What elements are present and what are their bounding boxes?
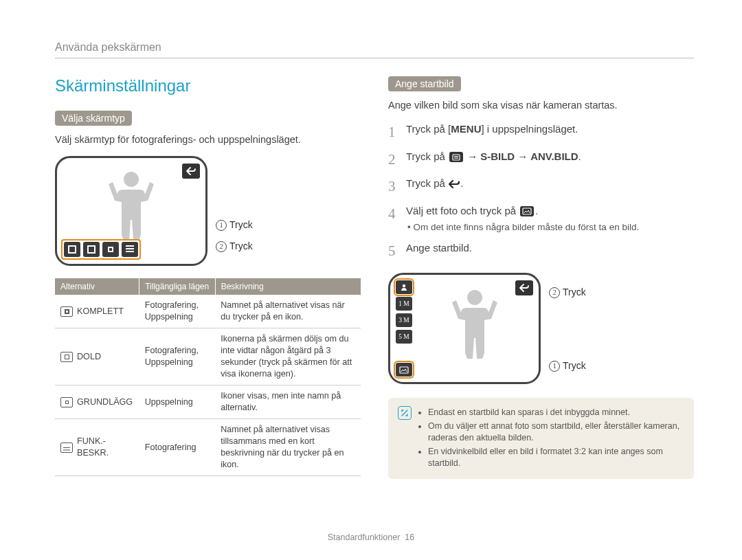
option-name: FUNK.-BESKR. [77, 436, 134, 459]
options-table: Alternativ Tillgängliga lägen Beskrivnin… [55, 278, 361, 476]
back-icon[interactable] [515, 280, 533, 295]
callout-row: 2Tryck [216, 240, 253, 252]
display-mode-basic-icon[interactable] [102, 242, 119, 257]
camera-screen-right: 1 M 3 M 5 M [388, 273, 541, 384]
step-text: Ange startbild. [406, 242, 472, 254]
circled-two-icon: 2 [549, 287, 560, 298]
callout-row: 1Tryck [549, 360, 586, 372]
step-strong: ANV.BILD [530, 150, 578, 162]
step-item: 4 Välj ett foto och tryck på . Om det in… [388, 203, 694, 235]
breadcrumb: Använda pekskärmen [55, 41, 694, 58]
option-modes: Uppspelning [139, 385, 215, 419]
size-label: 1 M [398, 300, 409, 307]
step-number: 5 [388, 240, 399, 262]
back-icon[interactable] [182, 164, 200, 179]
step-text: Tryck på [406, 150, 448, 162]
note-box: Endast en startbild kan sparas i det inb… [388, 398, 694, 479]
option-modes: Fotografering, Uppspelning [139, 295, 215, 328]
person-icon[interactable] [396, 280, 412, 294]
size-label: 3 M [398, 317, 409, 324]
svg-rect-3 [523, 208, 531, 214]
right-column: Ange startbild Ange vilken bild som ska … [388, 76, 694, 479]
arrow-icon: → [517, 150, 528, 162]
circled-two-icon: 2 [216, 241, 227, 252]
section-intro-left: Välj skärmtyp för fotograferings- och up… [55, 133, 361, 146]
display-mode-complete-icon[interactable] [64, 242, 80, 257]
step-item: 2 Tryck på →S-BILD→ANV.BILD. [388, 149, 694, 171]
step-strong: S-BILD [480, 150, 515, 162]
step-subnote: Om det inte finns några bilder måste du … [406, 221, 694, 234]
table-row: GRUNDLÄGG Uppspelning Ikoner visas, men … [55, 385, 361, 419]
display-mode-funcdesc-icon [60, 443, 73, 453]
step-number: 2 [388, 149, 399, 171]
back-icon [448, 179, 460, 189]
svg-rect-2 [454, 157, 458, 158]
callout-text: Tryck [563, 360, 586, 371]
svg-point-4 [403, 284, 405, 287]
note-item: Om du väljer ett annat foto som startbil… [428, 421, 684, 444]
circled-one-icon: 1 [216, 220, 227, 231]
set-image-icon[interactable] [396, 363, 412, 377]
section-label-right: Ange startbild [388, 76, 461, 91]
step-text: . [578, 150, 581, 162]
page-title: Skärminställningar [55, 76, 361, 96]
callout-text: Tryck [563, 287, 586, 298]
footer-section: Standardfunktioner [328, 533, 401, 542]
callout-text: Tryck [229, 219, 253, 230]
table-header: Alternativ [55, 278, 139, 295]
page-footer: Standardfunktioner 16 [0, 533, 742, 542]
display-mode-complete-icon [60, 306, 73, 317]
step-number: 1 [388, 122, 399, 144]
table-row: FUNK.-BESKR. Fotografering Namnet på alt… [55, 419, 361, 476]
callout-row: 2Tryck [549, 287, 586, 298]
note-item: Endast en startbild kan sparas i det inb… [428, 407, 684, 418]
display-mode-funcdesc-icon[interactable] [122, 242, 138, 257]
option-modes: Fotografering [139, 419, 215, 476]
arrow-icon: → [467, 150, 477, 162]
left-column: Skärminställningar Välja skärmtyp Välj s… [55, 76, 361, 479]
step-strong: MENU [451, 123, 481, 135]
toolbar-highlight [61, 239, 141, 260]
display-mode-basic-icon [60, 397, 73, 407]
steps-list: 1 Tryck på [MENU] i uppspelningsläget. 2… [388, 122, 694, 262]
step-number: 3 [388, 176, 399, 198]
display-mode-hidden-icon [60, 352, 73, 362]
info-icon [398, 406, 412, 420]
size-option-icon[interactable]: 1 M [396, 297, 412, 311]
svg-rect-1 [454, 156, 458, 157]
table-row: DOLD Fotografering, Uppspelning Ikonerna… [55, 328, 361, 385]
size-label: 5 M [398, 333, 409, 340]
svg-rect-5 [400, 367, 408, 373]
step-item: 1 Tryck på [MENU] i uppspelningsläget. [388, 122, 694, 144]
callout-text: Tryck [229, 240, 253, 251]
step-item: 5 Ange startbild. [388, 240, 694, 262]
step-text: ] i uppspelningsläget. [481, 123, 578, 135]
table-header: Tillgängliga lägen [139, 278, 215, 295]
option-desc: Namnet på alternativet visas när du tryc… [215, 295, 361, 328]
step-text: . [535, 205, 538, 216]
option-desc: Ikonerna på skärmen döljs om du inte vid… [215, 328, 361, 385]
size-option-icon[interactable]: 5 M [396, 330, 412, 344]
size-option-icon[interactable]: 3 M [396, 313, 412, 327]
step-text: Välj ett foto och tryck på [406, 205, 519, 216]
option-modes: Fotografering, Uppspelning [139, 328, 215, 385]
option-name: GRUNDLÄGG [77, 396, 133, 408]
option-name: KOMPLETT [77, 306, 124, 317]
step-number: 4 [388, 203, 399, 235]
callout-row: 1Tryck [216, 219, 253, 231]
svg-rect-0 [453, 155, 460, 160]
note-item: En vidvinkelbild eller en bild i formate… [428, 446, 684, 469]
settings-icon [449, 152, 463, 162]
step-text: Tryck på [ [406, 123, 451, 135]
step-text: . [460, 177, 463, 189]
option-desc: Ikoner visas, men inte namn på alternati… [215, 385, 361, 419]
table-header: Beskrivning [215, 278, 361, 295]
step-item: 3 Tryck på . [388, 176, 694, 198]
option-name: DOLD [77, 351, 101, 363]
display-mode-hidden-icon[interactable] [83, 242, 100, 257]
section-intro-right: Ange vilken bild som ska visas när kamer… [388, 98, 694, 112]
set-image-icon [520, 206, 534, 216]
section-label-left: Välja skärmtyp [55, 111, 132, 126]
footer-page: 16 [405, 533, 414, 542]
table-row: KOMPLETT Fotografering, Uppspelning Namn… [55, 295, 361, 328]
